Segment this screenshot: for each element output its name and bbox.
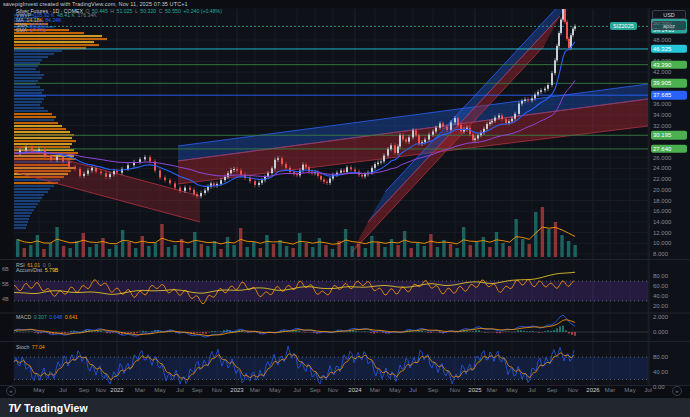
price-tick: 12.000 bbox=[653, 230, 671, 236]
time-label-month: May bbox=[269, 387, 280, 393]
legend-value: 0.307 bbox=[34, 314, 47, 320]
price-tick: 42.000 bbox=[653, 69, 671, 75]
price-label: 27.640 bbox=[651, 145, 687, 154]
stoch-tick: 40.00 bbox=[653, 369, 668, 375]
time-label-month: Sep bbox=[79, 387, 90, 393]
time-label-month: Mar bbox=[250, 387, 260, 393]
legend-value: 17.771 bbox=[30, 27, 46, 33]
price-tick: 14.000 bbox=[653, 219, 671, 225]
time-label-month: Nov bbox=[96, 387, 107, 393]
time-label-month: Sep bbox=[310, 387, 321, 393]
time-label-month: Jul bbox=[59, 387, 67, 393]
rsi-tick: 60.00 bbox=[653, 283, 668, 289]
legend-row-4[interactable]: SMA17.771 bbox=[16, 28, 48, 33]
time-label-year: 2024 bbox=[348, 387, 361, 393]
price-label: 43.390 bbox=[651, 60, 687, 69]
time-label-month: Mar bbox=[605, 387, 615, 393]
rsi-tick: 20.00 bbox=[653, 303, 668, 309]
price-tick: 8.000 bbox=[653, 251, 668, 257]
legend-value: SMA bbox=[16, 27, 27, 33]
currency-button[interactable]: USD bbox=[652, 10, 686, 19]
legend-value: 77.04 bbox=[32, 344, 45, 350]
stoch-tick: 80.00 bbox=[653, 354, 668, 360]
stoch-tick: 0.00 bbox=[653, 384, 665, 390]
price-tick: 22.000 bbox=[653, 176, 671, 182]
rsi-tick: 80.00 bbox=[653, 273, 668, 279]
time-label-month: Mar bbox=[370, 387, 380, 393]
price-tick: 32.000 bbox=[653, 123, 671, 129]
time-label-month: Sep bbox=[547, 387, 558, 393]
contract-label: SIZ2025 bbox=[610, 22, 637, 30]
time-label-month: Nov bbox=[328, 387, 339, 393]
macd-legend-row[interactable]: MACD0.3070.6480.641 bbox=[16, 315, 80, 320]
legend-value: H bbox=[110, 8, 114, 14]
legend-value: Accum/Dist bbox=[16, 267, 42, 273]
time-label-month: Mar bbox=[487, 387, 497, 393]
tradingview-logo-icon[interactable]: TV bbox=[8, 402, 19, 414]
legend-value: 176.34K bbox=[77, 12, 96, 18]
accum-dist-tick: 6B bbox=[2, 266, 9, 272]
time-label-month: Nov bbox=[212, 387, 223, 393]
legend-value: 51.025 bbox=[117, 8, 133, 14]
legend-value: MACD bbox=[16, 314, 31, 320]
rsi-tick: 40.00 bbox=[653, 293, 668, 299]
tradingview-snapshot: savepigInvest created with TradingView.c… bbox=[0, 0, 690, 417]
price-label: 30.195 bbox=[651, 131, 687, 140]
price-tick: 34.000 bbox=[653, 112, 671, 118]
chart-canvas[interactable] bbox=[0, 0, 690, 417]
legend-value: 5.79B bbox=[45, 267, 59, 273]
price-tick: 20.000 bbox=[653, 187, 671, 193]
time-label-month: Sep bbox=[192, 387, 203, 393]
time-label-month: Jul bbox=[528, 387, 536, 393]
legend-value: 50.550 bbox=[165, 8, 181, 14]
legend-value: 0.648 bbox=[49, 314, 62, 320]
price-tick: 36.000 bbox=[653, 101, 671, 107]
scroll-right-icon[interactable]: » bbox=[672, 386, 682, 396]
price-tick: 10.000 bbox=[653, 240, 671, 246]
legend-value: +0.240 (+0.48%) bbox=[183, 8, 222, 14]
legend-value: 50.320 bbox=[140, 8, 156, 14]
unit-button[interactable]: apoz bbox=[652, 21, 686, 30]
time-label-month: Mar bbox=[135, 387, 145, 393]
time-label-year: 2026 bbox=[586, 387, 599, 393]
time-label-year: 2022 bbox=[110, 387, 123, 393]
legend-value: Stoch bbox=[16, 344, 29, 350]
time-label-year: 2023 bbox=[230, 387, 243, 393]
time-label-month: May bbox=[33, 387, 44, 393]
legend-value: C bbox=[159, 8, 163, 14]
logo-bar: TV TradingView bbox=[0, 398, 690, 417]
time-label-month: May bbox=[624, 387, 635, 393]
price-tick: 26.000 bbox=[653, 155, 671, 161]
time-label-year: 2025 bbox=[468, 387, 481, 393]
time-label-month: May bbox=[389, 387, 400, 393]
scroll-left-icon[interactable]: « bbox=[6, 386, 16, 396]
time-label-month: Jul bbox=[644, 387, 652, 393]
price-tick: 24.000 bbox=[653, 165, 671, 171]
macd-tick: 0.000 bbox=[653, 329, 668, 335]
time-label-month: Jul bbox=[409, 387, 417, 393]
rsi-legend-row-1[interactable]: Accum/Dist5.79B bbox=[16, 268, 61, 273]
time-label-month: Nov bbox=[568, 387, 579, 393]
accum-dist-tick: 4B bbox=[2, 296, 9, 302]
legend-value: L bbox=[135, 8, 138, 14]
price-label: 39.905 bbox=[651, 79, 687, 88]
price-label: 37.685 bbox=[651, 91, 687, 100]
tradingview-logo-text[interactable]: TradingView bbox=[24, 402, 88, 414]
accum-dist-tick: 5B bbox=[2, 281, 9, 287]
macd-tick: 2.000 bbox=[653, 314, 668, 320]
price-tick: 16.000 bbox=[653, 208, 671, 214]
stoch-legend-row[interactable]: Stoch77.04 bbox=[16, 345, 47, 350]
time-label-month: Jul bbox=[293, 387, 301, 393]
price-tick: 18.000 bbox=[653, 198, 671, 204]
legend-value: 0.641 bbox=[65, 314, 78, 320]
time-label-month: Jul bbox=[176, 387, 184, 393]
time-label-month: Nov bbox=[450, 387, 461, 393]
price-tick: 48.000 bbox=[653, 37, 671, 43]
time-label-month: Sep bbox=[428, 387, 439, 393]
time-label-month: May bbox=[154, 387, 165, 393]
time-label-month: May bbox=[506, 387, 517, 393]
price-label: 46.325 bbox=[651, 45, 687, 54]
